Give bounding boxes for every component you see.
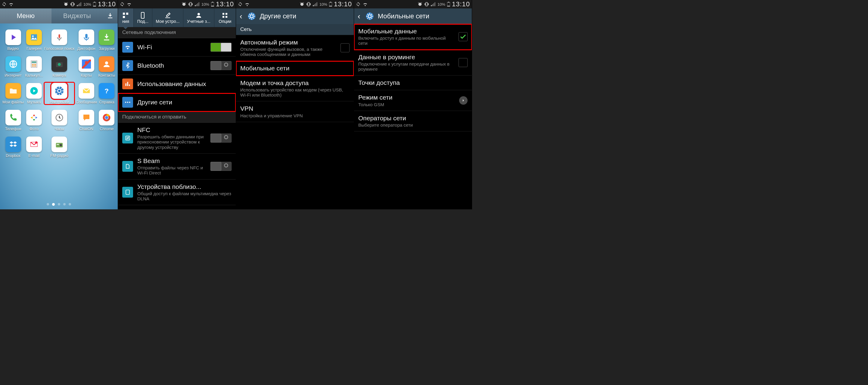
sync-icon xyxy=(356,2,361,7)
svg-point-24 xyxy=(58,89,61,92)
status-bar: 10% 13:10 xyxy=(236,0,354,8)
row-more-networks[interactable]: Другие сети xyxy=(118,93,236,112)
svg-rect-7 xyxy=(85,34,88,38)
sync-icon xyxy=(120,2,125,7)
svg-rect-6 xyxy=(59,34,60,38)
app-сообщения[interactable]: Сообщения xyxy=(75,83,97,104)
app-часы[interactable]: Часы xyxy=(44,110,75,131)
app-label: Часы xyxy=(55,127,64,131)
section-network: Сетевые подключения xyxy=(118,27,236,38)
tab-widgets[interactable]: Виджеты xyxy=(52,8,103,24)
back-button[interactable]: ‹ xyxy=(239,12,244,21)
row-wifi[interactable]: Wi-Fi xyxy=(118,38,236,57)
app-контакты[interactable]: Контакты xyxy=(98,56,115,78)
sbeam-toggle[interactable] xyxy=(211,162,231,171)
chevron-right-icon xyxy=(459,96,468,105)
app-dropbox[interactable]: Dropbox xyxy=(2,137,24,158)
gear-icon xyxy=(365,11,375,21)
app-label: Справка xyxy=(99,100,115,104)
svg-rect-2 xyxy=(93,6,96,6)
back-button[interactable]: ‹ xyxy=(356,12,362,21)
battery-icon xyxy=(211,2,214,7)
row-tethering[interactable]: Модем и точка доступа Использовать устро… xyxy=(236,76,354,102)
app-телефон[interactable]: Телефон xyxy=(2,110,24,131)
app-chrome[interactable]: Chrome xyxy=(98,110,115,131)
alarm-icon xyxy=(300,2,304,7)
svg-rect-42 xyxy=(141,12,144,19)
app-галерея[interactable]: Галерея xyxy=(25,30,43,51)
app-мои-файлы[interactable]: Мои файлы xyxy=(2,83,24,104)
svg-marker-3 xyxy=(12,35,16,40)
page-indicator xyxy=(0,203,118,206)
row-roaming[interactable]: Данные в роуминге Подключение к услугам … xyxy=(354,50,472,76)
tab-connections[interactable]: ния xyxy=(118,8,134,27)
tab-connect[interactable]: Под... xyxy=(134,8,152,27)
app-label: Галерея xyxy=(27,46,41,51)
row-mobile-networks[interactable]: Мобильные сети xyxy=(236,61,354,76)
svg-point-5 xyxy=(32,35,34,37)
row-sbeam[interactable]: S Beam Отправить файлы через NFC и Wi-Fi… xyxy=(118,154,236,180)
svg-rect-59 xyxy=(448,2,449,2)
app-камера[interactable]: Камера xyxy=(44,56,75,78)
app-видео[interactable]: Видео xyxy=(2,30,24,51)
app-голосовой-поиск[interactable]: Голосовой поиск xyxy=(44,30,75,51)
app-загрузки[interactable]: Загрузки xyxy=(98,30,115,51)
svg-text:?: ? xyxy=(105,87,109,95)
tab-mydevice[interactable]: Мое устро... xyxy=(152,8,183,27)
status-bar: 10% 13:10 xyxy=(354,0,472,8)
row-mobile-data[interactable]: Мобильные данные Включить доступ к данны… xyxy=(354,24,472,50)
app-настройки[interactable]: Настройки xyxy=(44,83,75,104)
app-карты[interactable]: Карты xyxy=(75,56,97,78)
svg-point-48 xyxy=(125,102,126,103)
row-bluetooth[interactable]: Bluetooth xyxy=(118,57,236,75)
row-operators[interactable]: Операторы сети Выберите оператора сети xyxy=(354,111,472,132)
bluetooth-icon xyxy=(122,60,133,71)
battery-percent: 10% xyxy=(202,2,209,7)
row-nearby[interactable]: Устройства поблизо... Общий доступ к фай… xyxy=(118,180,236,205)
svg-rect-46 xyxy=(222,16,224,18)
wifi-toggle[interactable] xyxy=(211,43,231,52)
signal-icon xyxy=(77,2,82,6)
svg-rect-35 xyxy=(57,144,59,145)
nearby-icon xyxy=(122,187,133,198)
download-button[interactable] xyxy=(103,13,118,19)
app-icon xyxy=(52,56,67,72)
tab-more[interactable]: Опции xyxy=(214,8,236,27)
app-icon xyxy=(26,137,42,152)
app-справка[interactable]: ?Справка xyxy=(98,83,115,104)
bluetooth-toggle[interactable] xyxy=(211,61,231,70)
app-icon xyxy=(52,110,67,126)
alarm-icon xyxy=(182,2,186,7)
row-apn[interactable]: Точки доступа xyxy=(354,75,472,90)
app-icon xyxy=(5,137,21,152)
row-data-usage[interactable]: Использование данных xyxy=(118,75,236,93)
app-калькул-[interactable]: Калькул... xyxy=(25,56,43,78)
row-vpn[interactable]: VPN Настройка и управление VPN xyxy=(236,101,354,122)
accounts-icon xyxy=(195,12,202,19)
apps-area: ВидеоГалереяГолосовой поискДиктофонЗагру… xyxy=(0,24,118,209)
nfc-icon xyxy=(122,133,133,143)
airplane-checkbox[interactable] xyxy=(341,43,349,53)
mobile-data-checkbox[interactable] xyxy=(459,32,468,41)
battery-percent: 10% xyxy=(437,2,445,7)
row-nfc[interactable]: NFC Разрешить обмен данными при прикосно… xyxy=(118,123,236,154)
svg-point-49 xyxy=(127,102,128,103)
row-airplane[interactable]: Автономный режим Отключение функций вызо… xyxy=(236,35,354,61)
roaming-checkbox[interactable] xyxy=(459,58,468,67)
app-e-mail[interactable]: E-mail xyxy=(25,137,43,158)
app-fm-радио[interactable]: FM-радио xyxy=(44,137,75,158)
svg-rect-52 xyxy=(126,190,129,194)
tab-menu[interactable]: Меню xyxy=(0,8,52,24)
app-icon: ? xyxy=(99,83,115,99)
app-icon xyxy=(52,83,67,99)
app-фото[interactable]: Фото xyxy=(25,110,43,131)
app-музыка[interactable]: Музыка xyxy=(25,83,43,104)
app-интернет[interactable]: Интернет xyxy=(2,56,24,78)
svg-point-12 xyxy=(33,64,34,65)
nfc-toggle[interactable] xyxy=(211,134,231,143)
row-network-mode[interactable]: Режим сети Только GSM xyxy=(354,90,472,111)
tab-accounts[interactable]: Учетные з... xyxy=(183,8,214,27)
app-диктофон[interactable]: Диктофон xyxy=(75,30,97,51)
app-icon xyxy=(5,56,21,72)
app-chaton[interactable]: ChatON xyxy=(75,110,97,131)
